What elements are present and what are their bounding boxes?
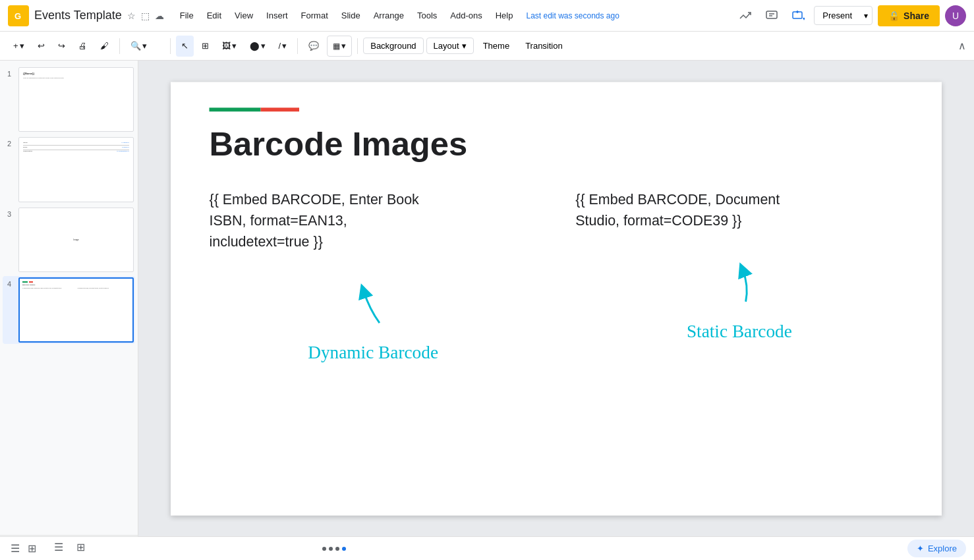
layout-arrow-icon: ▾ <box>462 41 467 51</box>
transition-button[interactable]: Transition <box>519 38 569 53</box>
menu-addons[interactable]: Add-ons <box>445 8 487 23</box>
menu-insert[interactable]: Insert <box>261 8 293 23</box>
plus-icon: + <box>13 41 18 51</box>
folder-icon[interactable]: ⬚ <box>141 11 150 21</box>
comment-button[interactable]: 💬 <box>303 36 324 57</box>
image-dropdown: ▾ <box>232 41 237 51</box>
menu-view[interactable]: View <box>229 8 258 23</box>
line-button[interactable]: / ▾ <box>273 36 293 57</box>
share-label: Share <box>903 11 929 21</box>
image-button[interactable]: 🖼 ▾ <box>217 36 242 57</box>
nav-dot-3[interactable] <box>335 547 339 551</box>
layout-button[interactable]: Layout ▾ <box>426 38 474 54</box>
layout-grid-icon: ▦ <box>333 42 340 51</box>
toolbar: + ▾ ↩ ↪ 🖨 🖌 🔍 ▾ ↖ ⊞ 🖼 ▾ ⬤ ▾ / ▾ <box>0 32 974 61</box>
slide-number-4: 4 <box>4 280 14 288</box>
menu-format[interactable]: Format <box>296 8 333 23</box>
avatar[interactable]: U <box>945 5 966 26</box>
zoom-icon: 🔍 <box>130 41 141 51</box>
svg-text:▾: ▾ <box>803 16 805 22</box>
line-icon: / <box>279 41 281 51</box>
barcode-code-1[interactable]: {{ Embed BARCODE, Enter BookISBN, format… <box>210 188 537 252</box>
menu-slide[interactable]: Slide <box>336 8 366 23</box>
undo-button[interactable]: ↩ <box>32 36 50 57</box>
textbox-button[interactable]: ⊞ <box>196 36 214 57</box>
top-bar: G Events Template ☆ ⬚ ☁ File Edit View I… <box>0 0 974 32</box>
select-tool-button[interactable]: ↖ <box>176 36 194 57</box>
share-button[interactable]: 🔒 Share <box>878 5 940 26</box>
toolbar-divider-4 <box>357 38 358 54</box>
explore-icon: ✦ <box>917 544 924 553</box>
static-barcode-label: Static Barcode <box>575 321 903 341</box>
menu-help[interactable]: Help <box>490 8 519 23</box>
zoom-dropdown: ▾ <box>142 41 147 51</box>
redo-button[interactable]: ↪ <box>53 36 71 57</box>
nav-dot-4[interactable] <box>342 547 346 551</box>
slide-col-1: {{ Embed BARCODE, Enter BookISBN, format… <box>210 188 537 362</box>
star-icon[interactable]: ☆ <box>127 11 136 21</box>
print-button[interactable]: 🖨 <box>73 36 92 57</box>
dynamic-arrow <box>347 277 399 329</box>
slide-thumb-4[interactable]: 4 Barcode Images {{ Embed BARCODE, Enter… <box>3 276 135 343</box>
toolbar-divider-1 <box>119 38 120 54</box>
add-slide-icon[interactable]: ▾ <box>788 5 809 26</box>
top-right-actions: ▾ Present ▾ 🔒 Share U <box>735 5 966 26</box>
comment-icon[interactable] <box>761 5 782 26</box>
add-dropdown-icon: ▾ <box>20 41 24 51</box>
last-edit[interactable]: Last edit was seconds ago <box>526 11 619 20</box>
collapse-toolbar-button[interactable]: ∧ <box>958 40 966 52</box>
paint-format-button[interactable]: 🖌 <box>95 36 114 57</box>
menu-file[interactable]: File <box>175 8 199 23</box>
slide-layout-selector[interactable]: ▦ ▾ <box>327 36 352 57</box>
menu-tools[interactable]: Tools <box>412 8 442 23</box>
slide-number-2: 2 <box>4 140 14 148</box>
explore-label: Explore <box>928 544 957 553</box>
svg-text:G: G <box>14 11 21 21</box>
layout-dropdown: ▾ <box>341 41 346 51</box>
paint-format-icon: 🖌 <box>100 41 109 51</box>
textbox-icon: ⊞ <box>202 41 209 51</box>
slide-col-2: {{ Embed BARCODE, DocumentStudio, format… <box>575 188 903 362</box>
nav-dot-2[interactable] <box>329 547 333 551</box>
menu-edit[interactable]: Edit <box>202 8 227 23</box>
slide-content: Barcode Images {{ Embed BARCODE, Enter B… <box>171 82 942 515</box>
add-slide-button[interactable]: + ▾ <box>8 36 30 57</box>
redo-icon: ↪ <box>58 41 65 51</box>
svg-text:U: U <box>952 11 959 21</box>
menu-arrange[interactable]: Arrange <box>368 8 409 23</box>
slide-columns: {{ Embed BARCODE, Enter BookISBN, format… <box>210 188 903 362</box>
app-logo: G <box>8 5 29 26</box>
background-button[interactable]: Background <box>363 38 423 54</box>
comment-bubble-icon: 💬 <box>308 41 319 51</box>
slide-thumb-3[interactable]: 3 Image <box>3 206 135 273</box>
shape-icon: ⬤ <box>250 41 260 51</box>
slide-title[interactable]: Barcode Images <box>210 124 903 163</box>
slide-thumb-1[interactable]: 1 {{Name}} Share all {{Expressions}} cre… <box>3 66 135 133</box>
canvas-area: Barcode Images {{ Embed BARCODE, Enter B… <box>138 61 974 536</box>
slide-canvas[interactable]: Barcode Images {{ Embed BARCODE, Enter B… <box>171 82 942 515</box>
toolbar-divider-2 <box>170 38 171 54</box>
barcode-code-2[interactable]: {{ Embed BARCODE, DocumentStudio, format… <box>575 188 903 231</box>
zoom-button[interactable]: 🔍 ▾ <box>125 36 165 57</box>
menu-bar: File Edit View Insert Format Slide Arran… <box>175 8 619 23</box>
undo-icon: ↩ <box>38 41 45 51</box>
slide-navigation <box>322 547 346 551</box>
present-dropdown-button[interactable]: ▾ <box>860 7 872 24</box>
dynamic-barcode-label: Dynamic Barcode <box>210 342 537 362</box>
explore-button[interactable]: ✦ Explore <box>907 540 966 557</box>
lock-icon: 🔒 <box>888 11 900 21</box>
svg-rect-2 <box>766 11 777 18</box>
layout-label: Layout <box>434 41 459 51</box>
slide-thumb-2[interactable]: 2 Name{{ Name }} Email{{ Email }} Organi… <box>3 136 135 203</box>
nav-dot-1[interactable] <box>322 547 326 551</box>
image-icon: 🖼 <box>222 41 231 51</box>
doc-title[interactable]: Events Template <box>34 9 122 22</box>
theme-button[interactable]: Theme <box>476 38 516 53</box>
shape-dropdown: ▾ <box>261 41 266 51</box>
trending-icon[interactable] <box>735 5 756 26</box>
bottom-bar: ☰ ⊞ ✦ Explore <box>0 536 974 560</box>
cloud-icon[interactable]: ☁ <box>155 11 164 21</box>
present-button[interactable]: Present ▾ <box>814 6 873 25</box>
present-main-button[interactable]: Present <box>815 7 860 24</box>
shape-button[interactable]: ⬤ ▾ <box>244 36 271 57</box>
